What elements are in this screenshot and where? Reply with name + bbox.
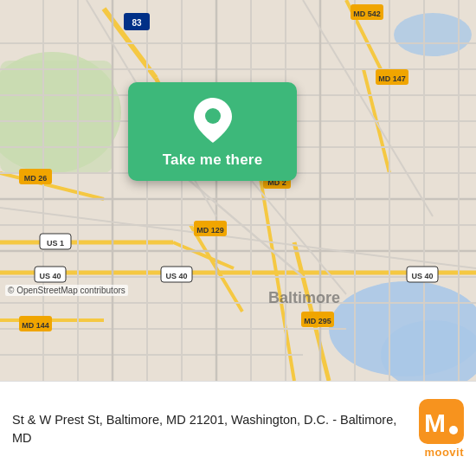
moovit-logo: M moovit xyxy=(419,399,464,459)
moovit-app-icon: M xyxy=(419,399,464,444)
bottom-bar: St & W Prest St, Baltimore, MD 21201, Wa… xyxy=(0,381,476,476)
svg-text:US 40: US 40 xyxy=(165,272,187,280)
svg-text:MD 295: MD 295 xyxy=(304,317,331,325)
svg-text:MD 144: MD 144 xyxy=(22,321,49,330)
address-label: St & W Prest St, Baltimore, MD 21201, Wa… xyxy=(12,411,410,447)
svg-point-80 xyxy=(449,426,458,434)
location-card[interactable]: Take me there xyxy=(128,82,297,181)
svg-text:US 1: US 1 xyxy=(47,239,64,248)
svg-text:MD 147: MD 147 xyxy=(378,74,406,83)
svg-text:US 40: US 40 xyxy=(39,272,61,280)
map-copyright: © OpenStreetMap contributors xyxy=(5,285,128,296)
svg-rect-2 xyxy=(0,61,113,173)
svg-point-77 xyxy=(205,108,221,124)
svg-point-5 xyxy=(394,13,472,56)
svg-text:MD 26: MD 26 xyxy=(24,174,48,183)
map-view: 83 MD 542 MD 139 MD 26 MD 147 US 1 US 40… xyxy=(0,0,476,381)
svg-text:M: M xyxy=(424,408,446,437)
svg-text:US 40: US 40 xyxy=(411,272,433,280)
moovit-brand-label: moovit xyxy=(424,446,464,459)
take-me-there-button[interactable]: Take me there xyxy=(163,151,263,169)
svg-text:83: 83 xyxy=(132,18,142,28)
svg-text:MD 542: MD 542 xyxy=(353,10,381,18)
svg-text:Baltimore: Baltimore xyxy=(268,289,340,306)
location-pin-icon xyxy=(194,98,232,143)
svg-text:MD 129: MD 129 xyxy=(196,226,224,235)
